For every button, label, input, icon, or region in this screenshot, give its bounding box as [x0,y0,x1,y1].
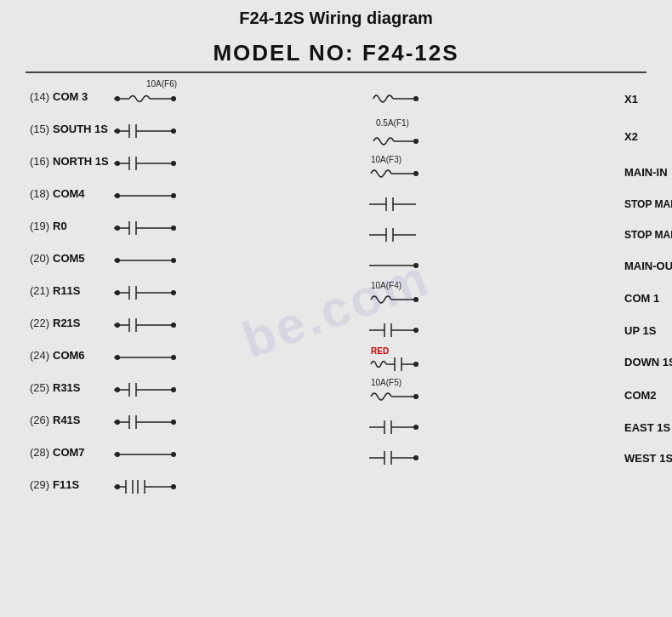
pin-16: (16) [17,155,53,168]
pin-26: (26) [17,414,53,426]
circuit-14: 10A(F6) [114,80,369,112]
circuit-stop2 [369,220,624,250]
row-com1: 10A(F4) COM 1 ( 5 ) [369,281,672,315]
circuit-up1s [369,315,624,346]
row-up1s: UP 1S ( 6 ) [369,315,672,346]
label-r0: R0 [53,220,114,232]
svg-point-40 [171,323,176,328]
right-panel: X1 ( 1 ) 0.5A(F1) X2 ( 2 ) 10A(F3) [369,80,672,500]
svg-point-34 [171,290,176,295]
svg-point-45 [115,387,120,392]
pin-28: (28) [17,446,53,459]
svg-point-84 [413,263,419,268]
pin-22: (22) [17,317,53,329]
svg-point-71 [413,139,419,144]
row-main-in: 10A(F3) MAIN-IN ( 3 ) [369,155,672,189]
pin-24: (24) [17,349,53,362]
circuit-22 [114,306,369,339]
label-up1s: UP 1S [624,324,672,337]
svg-text:RED: RED [371,346,389,356]
circuit-18 [114,177,369,209]
svg-point-16 [171,161,176,166]
label-east1s: EAST 1S [624,421,672,434]
label-stop-main1: STOP MAIN1 [624,198,672,210]
label-x2: X2 [624,130,672,143]
row-25: (25) R31S [17,371,369,403]
row-15: (15) SOUTH 1S [17,112,369,145]
label-down1s: DOWN 1S [624,356,672,368]
row-19: (19) R0 [17,209,369,242]
svg-point-111 [413,455,419,460]
circuit-x2: 0.5A(F1) [369,117,624,155]
svg-point-57 [115,452,120,457]
row-18: (18) COM4 [17,177,369,209]
pin-21: (21) [17,284,53,297]
row-16: (16) NORTH 1S [17,145,369,177]
row-29: (29) F11S [17,468,369,500]
row-stop-main2: STOP MAIN2 [369,220,672,250]
svg-point-27 [115,258,120,263]
pin-25: (25) [17,381,53,394]
circuit-main-out [369,250,624,281]
circuit-20 [114,242,369,274]
row-stop-main1: STOP MAIN1 [369,189,672,220]
row-com2: 10A(F5) COM2 (10) [369,378,672,412]
svg-text:10A(F6): 10A(F6) [146,80,177,89]
svg-point-36 [115,323,120,328]
svg-text:0.5A(F1): 0.5A(F1) [376,118,409,128]
label-r41s: R41S [53,414,114,426]
svg-point-101 [413,394,419,399]
svg-point-92 [413,328,419,333]
pin-18: (18) [17,187,53,200]
label-com4: COM4 [53,187,114,200]
row-main-out: MAIN-OUT ( 4 ) [369,250,672,281]
label-com1: COM 1 [624,292,672,305]
svg-point-21 [115,226,120,231]
label-main-out: MAIN-OUT [624,260,672,272]
label-com7: COM7 [53,446,114,459]
row-x1: X1 ( 1 ) [369,80,672,117]
svg-point-28 [171,258,176,263]
label-x1: X1 [624,93,672,106]
svg-point-66 [171,484,176,489]
svg-point-2 [115,96,120,101]
label-south1s: SOUTH 1S [53,123,114,135]
svg-point-68 [413,96,419,101]
row-x2: 0.5A(F1) X2 ( 2 ) [369,117,672,155]
title: F24-12S Wiring diagram [0,0,672,33]
label-f11s: F11S [53,478,114,491]
svg-point-49 [171,387,176,392]
circuit-19 [114,209,369,242]
svg-point-18 [115,193,120,198]
row-14: (14) COM 3 10A(F6) [17,80,369,112]
circuit-com1: 10A(F4) [369,281,624,315]
pin-19: (19) [17,220,53,232]
circuit-25 [114,371,369,403]
circuit-x1 [369,80,624,117]
label-com6: COM6 [53,349,114,362]
row-21: (21) R11S [17,274,369,306]
row-east1s: EAST 1S (11) [369,412,672,443]
circuit-28 [114,436,369,468]
row-24: (24) COM6 [17,339,369,371]
circuit-com2: 10A(F5) [369,378,624,412]
svg-point-106 [413,425,419,430]
row-20: (20) COM5 [17,242,369,274]
svg-point-98 [413,362,419,367]
svg-text:10A(F5): 10A(F5) [371,378,401,387]
label-r11s: R11S [53,284,114,297]
svg-text:10A(F3): 10A(F3) [371,155,401,164]
pin-29: (29) [17,478,53,491]
label-north1s: NORTH 1S [53,155,114,168]
svg-point-51 [115,420,120,425]
svg-point-42 [115,355,120,360]
row-west1s: WEST 1S (12) [369,443,672,473]
circuit-16 [114,145,369,177]
row-28: (28) COM7 [17,436,369,468]
circuit-west1s [369,443,624,473]
divider [26,71,646,73]
pin-15: (15) [17,123,53,135]
row-26: (26) R41S [17,403,369,436]
diagram-area: (14) COM 3 10A(F6) (15) SOUTH 1S [0,80,672,500]
pin-20: (20) [17,252,53,265]
